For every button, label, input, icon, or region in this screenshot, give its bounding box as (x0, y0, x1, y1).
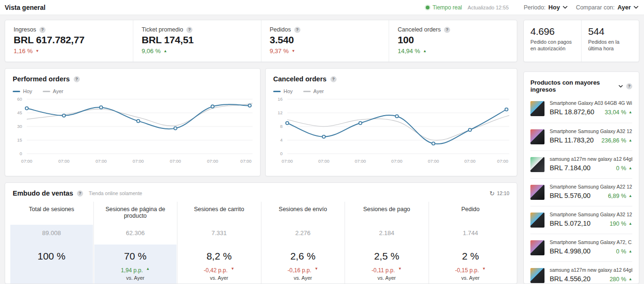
svg-text:07:00: 07:00 (428, 158, 439, 164)
trend-arrow-icon: ▲ (629, 277, 632, 281)
top-products-card: Productos con mayores ingresos ? Smartph… (523, 71, 639, 284)
refresh-time: 12:10 (497, 190, 509, 196)
svg-text:45: 45 (17, 110, 22, 115)
trend-arrow-icon: ▲ (629, 250, 632, 253)
product-delta: 280 %▲ (610, 276, 632, 283)
svg-text:07:00: 07:00 (464, 158, 475, 164)
topbar-controls: Tiempo real Actualizado 12:55 Periodo: H… (426, 4, 638, 11)
product-row[interactable]: Smartphone Samsung Galaxy A72, C… BRL 4.… (530, 234, 632, 261)
product-row[interactable]: samsung a127m new galaxy a12 64gb… BRL 4… (530, 261, 632, 284)
trend-arrow-icon: ▲ (146, 267, 150, 274)
funnel-table: Total de sesiones Sesiones de página de … (10, 202, 512, 284)
product-revenue: BRL 5.072,10 (550, 220, 590, 227)
trend-arrow-icon: ▼ (230, 267, 234, 274)
product-name: samsung a127m new galaxy a12 64gb… (550, 156, 632, 162)
product-revenue: BRL 7.184,00 (550, 164, 590, 172)
trend-arrow-icon: ▲ (163, 49, 167, 53)
today-line-swatch-icon (273, 91, 281, 92)
product-revenue: BRL 11.783,20 (550, 136, 594, 144)
period-label: Periodo: (524, 4, 546, 11)
svg-text:07:00: 07:00 (170, 158, 181, 164)
svg-text:0: 0 (20, 151, 22, 156)
chart-legend: Hoy Ayer (273, 88, 509, 95)
product-revenue: BRL 4.556,20 (550, 275, 590, 283)
stat-value: 544 (588, 26, 632, 37)
svg-text:16: 16 (277, 96, 283, 102)
svg-text:07:00: 07:00 (21, 158, 32, 164)
canceled-orders-chart-card: Canceled orders ? Hoy Ayer 048121607:000… (265, 68, 517, 176)
funnel-title: Embudo de ventas (13, 189, 73, 197)
chevron-down-icon[interactable] (619, 85, 623, 88)
refresh-icon: ↻ (490, 190, 495, 197)
stat-label: Pedidos en la última hora (588, 39, 632, 52)
stat-pagos-autorizacion: 4.696 Pedido con pagos en autorización (524, 20, 581, 62)
line-chart: 048121607:0007:0007:0007:0007:0007:0007:… (273, 96, 509, 167)
line-chart: 01530456007:0007:0007:0007:0007:0007:000… (13, 96, 253, 167)
kpi-canceled-orders: Canceled orders ? 100 14,94 %▲ (389, 20, 517, 62)
kpi-ticket-promedio: Ticket promedio ? BRL 174,51 9,06 %▲ (133, 20, 261, 62)
help-icon[interactable]: ? (39, 27, 46, 33)
compare-dropdown[interactable]: Comparar con: Ayer (576, 4, 638, 11)
funnel-step-header: Sesiones de carrito (177, 202, 261, 225)
chevron-down-icon (563, 6, 567, 9)
svg-text:07:00: 07:00 (497, 158, 508, 164)
realtime-dot-icon (426, 6, 429, 9)
realtime-label: Tiempo real (432, 4, 462, 11)
svg-text:15: 15 (17, 137, 22, 142)
funnel-percent: 70 % (94, 251, 177, 262)
legend-ayer: Ayer (303, 88, 324, 94)
funnel-step-header: Sesiones de página de producto (93, 202, 177, 225)
product-thumbnail (530, 157, 544, 172)
svg-text:30: 30 (17, 124, 22, 129)
help-icon[interactable]: ? (444, 27, 450, 33)
kpi-value: 100 (398, 34, 508, 46)
product-name: Smartphone Galaxy A03 64GB 4G Wi-… (550, 100, 632, 106)
help-icon[interactable]: ? (330, 76, 337, 82)
funnel-delta: -0,11 p.p. ▼ (345, 267, 429, 274)
funnel-percent: 2,5 % (345, 251, 429, 262)
kpi-label: Canceled orders (398, 26, 441, 33)
funnel-count: 1.744 (429, 229, 513, 237)
funnel-step-pago: 2.184 2,5 % -0,11 p.p. ▼ vs. Ayer (345, 225, 429, 284)
product-row[interactable]: Smartphone Samsung Galaxy A32 12… BRL 5.… (530, 206, 632, 234)
svg-text:07:00: 07:00 (207, 158, 218, 164)
legend-hoy: Hoy (273, 88, 293, 94)
kpi-label: Ticket promedio (142, 26, 183, 33)
product-delta: 33,04 %▲ (605, 109, 632, 116)
funnel-subtitle: Tienda online solamente (89, 190, 142, 196)
stat-ultima-hora: 544 Pedidos en la última hora (581, 20, 639, 62)
kpi-delta: 9,06 %▲ (142, 47, 253, 55)
funnel-percent: 2,6 % (261, 251, 345, 262)
funnel-percent: 2 % (429, 251, 513, 262)
product-row[interactable]: Smartphone Galaxy A03 64GB 4G Wi-… BRL 1… (530, 95, 632, 123)
period-dropdown[interactable]: Periodo: Hoy (524, 4, 567, 11)
stat-value: 4.696 (530, 26, 575, 37)
product-name: samsung a127m new galaxy a12 64gb… (550, 267, 632, 273)
product-delta: 190 %▲ (610, 221, 632, 227)
help-icon[interactable]: ? (186, 27, 192, 33)
funnel-step-envio: 2.276 2,6 % -0,16 p.p. ▼ vs. Ayer (261, 225, 345, 284)
help-icon[interactable]: ? (74, 76, 80, 82)
kpi-summary-card: Ingresos ? BRL 617.782,77 1,16 %▼ Ticket… (5, 20, 517, 62)
refresh-button[interactable]: ↻ 12:10 (490, 190, 509, 197)
product-row[interactable]: Smartphone Samsung Galaxy A32 12… BRL 11… (530, 123, 632, 150)
product-row[interactable]: Smartphone Samsung Galaxy A22 12… BRL 5.… (530, 178, 632, 206)
kpi-label: Pedidos (270, 26, 291, 33)
funnel-step-header: Sesiones de pago (345, 202, 429, 225)
product-revenue: BRL 18.872,60 (550, 108, 594, 116)
product-row[interactable]: samsung a127m new galaxy a12 64gb… BRL 7… (530, 150, 632, 178)
kpi-delta: 14,94 %▲ (398, 47, 508, 55)
stat-label: Pedido con pagos en autorización (530, 39, 575, 52)
funnel-count: 2.184 (345, 229, 429, 237)
svg-text:0: 0 (280, 151, 283, 156)
svg-text:07:00: 07:00 (95, 158, 107, 164)
trend-arrow-icon: ▲ (629, 194, 632, 198)
help-icon[interactable]: ? (626, 83, 632, 89)
help-icon[interactable]: ? (294, 27, 300, 33)
funnel-percent: 8,2 % (177, 251, 261, 262)
help-icon[interactable]: ? (77, 190, 83, 197)
yesterday-line-swatch-icon (303, 91, 311, 92)
product-name: Smartphone Samsung Galaxy A72, C… (550, 239, 632, 245)
trend-arrow-icon: ▼ (35, 49, 39, 53)
kpi-label: Ingresos (14, 26, 36, 33)
